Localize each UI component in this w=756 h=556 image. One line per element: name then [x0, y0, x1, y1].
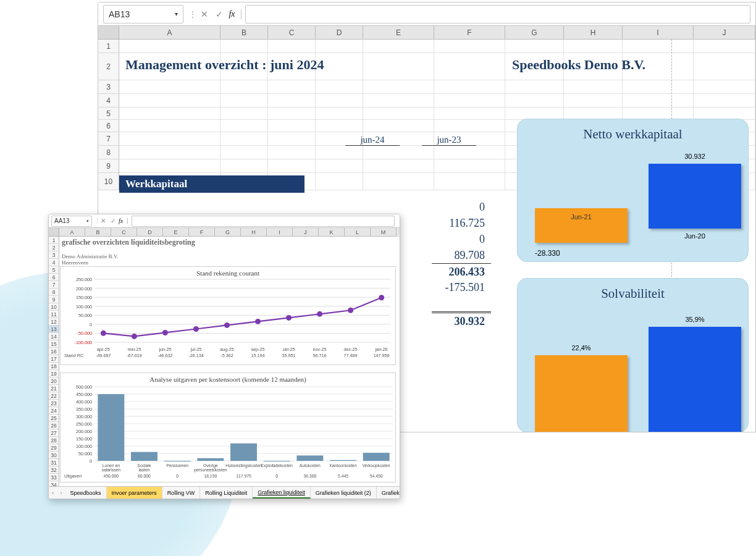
sheet-tab[interactable]: Rolling Liquiditeit [200, 487, 253, 499]
cell[interactable] [220, 132, 268, 146]
col-header[interactable]: E [363, 26, 434, 40]
cell[interactable] [119, 80, 220, 94]
cell[interactable] [564, 40, 623, 53]
cell[interactable] [220, 146, 268, 159]
cell[interactable] [119, 40, 220, 53]
cell[interactable] [268, 120, 316, 132]
col-header[interactable]: I [623, 26, 694, 40]
tab-next-icon[interactable]: › [57, 490, 65, 496]
row-header[interactable]: 32 [49, 466, 59, 474]
row-header[interactable]: 26 [49, 422, 59, 429]
row-header[interactable]: 10 [98, 173, 119, 190]
cell[interactable] [505, 94, 564, 107]
row-header[interactable]: 4 [98, 94, 119, 107]
cell[interactable] [119, 159, 220, 173]
cell[interactable] [119, 120, 220, 132]
row-header[interactable]: 28 [49, 437, 59, 444]
row-header[interactable]: 25 [49, 415, 59, 422]
cell[interactable] [434, 107, 505, 120]
formula-input[interactable] [132, 216, 395, 227]
cell[interactable] [363, 159, 434, 173]
cell[interactable] [363, 107, 434, 120]
row-header[interactable]: 19 [49, 370, 59, 377]
cell[interactable] [316, 94, 363, 107]
fx-icon[interactable]: fx [227, 9, 242, 19]
cell[interactable] [268, 132, 316, 146]
cell[interactable] [434, 53, 505, 80]
row-header[interactable]: 8 [98, 146, 119, 159]
cell[interactable] [694, 94, 755, 107]
row-header[interactable]: 11 [49, 311, 59, 318]
cell[interactable] [363, 120, 434, 132]
cell[interactable] [623, 80, 694, 94]
cell[interactable] [434, 94, 505, 107]
cell[interactable] [316, 80, 363, 94]
cell[interactable] [623, 94, 694, 107]
cell[interactable] [363, 40, 434, 53]
col-header[interactable]: C [268, 26, 316, 40]
row-header[interactable]: 21 [49, 385, 59, 392]
row-header[interactable]: 23 [49, 400, 59, 407]
row-header[interactable]: 8 [49, 289, 59, 296]
cell[interactable] [694, 80, 755, 94]
cell[interactable] [363, 94, 434, 107]
col-header[interactable]: L [345, 228, 371, 237]
col-header[interactable]: H [564, 26, 623, 40]
cell[interactable] [119, 132, 220, 146]
col-header[interactable]: E [163, 228, 189, 237]
row-header[interactable]: 17 [49, 355, 59, 363]
col-header[interactable]: F [189, 228, 215, 237]
name-box[interactable]: AA13 ▾ [51, 216, 92, 227]
name-box[interactable]: AB13 ▾ [103, 5, 183, 23]
sheet-tab[interactable]: Rolling VW [162, 487, 201, 499]
col-header[interactable]: G [215, 228, 241, 237]
col-header[interactable]: C [111, 228, 137, 237]
row-header[interactable]: 3 [49, 251, 59, 259]
cell[interactable] [268, 40, 316, 53]
cell[interactable] [119, 146, 220, 159]
row-header[interactable]: 9 [98, 159, 119, 173]
cell[interactable] [623, 107, 694, 120]
row-header[interactable]: 3 [98, 80, 119, 94]
col-header[interactable]: G [505, 26, 564, 40]
confirm-icon[interactable]: ✓ [108, 217, 118, 224]
cell[interactable] [119, 94, 220, 107]
sheet-tab[interactable]: Grafieken liquiditeit (2) [311, 487, 377, 499]
cell[interactable] [268, 146, 316, 159]
col-header[interactable]: K [319, 228, 345, 237]
col-header[interactable]: F [434, 26, 505, 40]
cell[interactable] [220, 159, 268, 173]
cell[interactable] [434, 173, 505, 190]
col-header[interactable]: I [267, 228, 293, 237]
row-header[interactable]: 22 [49, 392, 59, 400]
cell[interactable] [505, 80, 564, 94]
col-header[interactable]: A [59, 228, 85, 237]
sheet-tab[interactable]: Speedbooks [65, 487, 107, 499]
cell[interactable] [316, 173, 363, 190]
col-header[interactable]: A [119, 26, 220, 40]
col-header[interactable]: J [293, 228, 319, 237]
cell[interactable] [268, 159, 316, 173]
row-header[interactable]: 6 [98, 120, 119, 132]
formula-input[interactable] [245, 5, 750, 23]
cell[interactable] [363, 80, 434, 94]
row-header[interactable]: 1 [98, 40, 119, 53]
cell[interactable] [363, 146, 434, 159]
select-all-corner[interactable] [49, 228, 59, 237]
cell[interactable] [316, 159, 363, 173]
col-header[interactable]: D [137, 228, 163, 237]
sheet-tab[interactable]: Grafieken liq [377, 487, 400, 499]
cell[interactable] [220, 120, 268, 132]
cell[interactable] [694, 107, 755, 120]
row-header[interactable]: 5 [49, 266, 59, 274]
row-header[interactable]: 29 [49, 444, 59, 452]
cancel-icon[interactable]: ✕ [98, 217, 108, 224]
cell[interactable] [363, 173, 434, 190]
cell[interactable] [119, 107, 220, 120]
sheet-tab[interactable]: Grafieken liquiditeit [253, 487, 311, 499]
confirm-icon[interactable]: ✓ [212, 9, 227, 19]
col-header[interactable]: M [371, 228, 397, 237]
cell[interactable] [268, 80, 316, 94]
cell[interactable] [564, 94, 623, 107]
row-header[interactable]: 6 [49, 274, 59, 281]
